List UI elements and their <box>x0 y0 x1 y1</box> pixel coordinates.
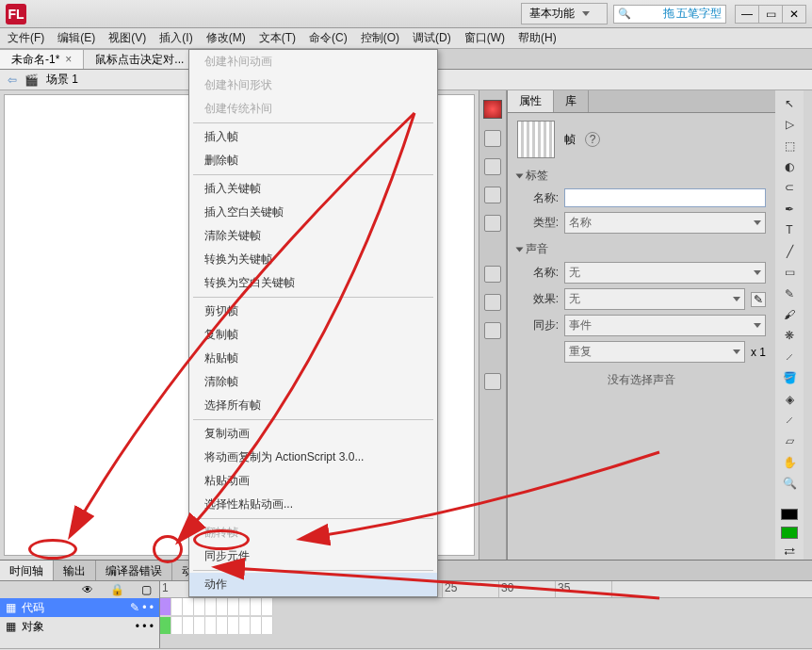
zoom-tool-icon[interactable]: 🔍 <box>781 477 798 491</box>
layer-code-label: 代码 <box>22 600 44 616</box>
pencil-tool-icon[interactable]: ✎ <box>781 286 798 301</box>
no-sound-msg: 没有选择声音 <box>517 372 766 388</box>
menu-item[interactable]: 转换为空白关键帧 <box>189 271 437 295</box>
type-dropdown[interactable]: 名称 <box>564 212 766 234</box>
eraser-tool-icon[interactable]: ▱ <box>781 434 798 448</box>
menu-debug[interactable]: 调试(D) <box>413 30 451 46</box>
menu-item[interactable]: 插入帧 <box>189 125 437 149</box>
doc-tab-2[interactable]: 鼠标点击决定对... <box>84 49 196 69</box>
disclosure-icon[interactable] <box>516 173 524 178</box>
doc-tab-1-label: 未命名-1* <box>11 52 59 68</box>
transform-icon[interactable] <box>484 215 501 232</box>
tab-timeline[interactable]: 时间轴 <box>0 561 54 580</box>
brush-tool-icon[interactable]: 🖌 <box>781 307 798 321</box>
color-swatch-icon[interactable] <box>483 100 502 119</box>
workspace-switcher[interactable]: 基本功能 <box>521 3 608 24</box>
sync-dropdown[interactable]: 事件 <box>564 315 766 336</box>
menu-view[interactable]: 视图(V) <box>108 30 146 46</box>
menu-item[interactable]: 粘贴动画 <box>189 469 437 493</box>
menu-help[interactable]: 帮助(H) <box>518 30 557 46</box>
menu-item[interactable]: 同步元件 <box>189 544 437 568</box>
menu-window[interactable]: 窗口(W) <box>464 30 505 46</box>
name-input[interactable] <box>564 188 766 207</box>
menu-item[interactable]: 删除帧 <box>189 149 437 172</box>
menu-item: 翻转帧 <box>189 521 437 544</box>
edit-effect-icon[interactable]: ✎ <box>751 292 766 307</box>
menu-item[interactable]: 复制帧 <box>189 323 437 347</box>
menu-modify[interactable]: 修改(M) <box>206 30 246 46</box>
disclosure-icon[interactable] <box>516 247 524 252</box>
free-transform-tool-icon[interactable]: ⬚ <box>781 138 798 153</box>
menu-item[interactable]: 插入空白关键帧 <box>189 201 437 224</box>
effect-dropdown[interactable]: 无 <box>564 288 745 310</box>
close-button[interactable]: ✕ <box>782 5 806 24</box>
menu-insert[interactable]: 插入(I) <box>159 30 192 46</box>
menu-item[interactable]: 转换为关键帧 <box>189 248 437 271</box>
components-icon[interactable] <box>484 294 501 311</box>
track-obj[interactable] <box>160 617 812 636</box>
lock-icon[interactable]: 🔒 <box>110 583 124 596</box>
maximize-button[interactable]: ▭ <box>758 5 783 24</box>
ink-bottle-tool-icon[interactable]: ◈ <box>781 392 798 406</box>
paint-bucket-tool-icon[interactable]: 🪣 <box>781 370 798 384</box>
layer-obj-label: 对象 <box>22 619 44 635</box>
swap-colors-icon[interactable]: ⮂ <box>781 545 798 560</box>
eye-icon[interactable]: 👁 <box>82 583 93 596</box>
sound-name-dropdown[interactable]: 无 <box>564 262 766 284</box>
deco-tool-icon[interactable]: ❋ <box>781 329 798 343</box>
swatches-icon[interactable] <box>484 130 501 147</box>
chevron-down-icon <box>582 11 590 16</box>
bone-tool-icon[interactable]: ⟋ <box>781 349 798 364</box>
scene-label: 场景 1 <box>46 72 78 88</box>
text-tool-icon[interactable]: T <box>781 223 798 237</box>
pen-tool-icon[interactable]: ✒ <box>781 202 798 216</box>
eyedropper-tool-icon[interactable]: ⟋ <box>781 413 798 427</box>
line-tool-icon[interactable]: ╱ <box>781 244 798 258</box>
repeat-dropdown[interactable]: 重复 <box>564 341 745 363</box>
menu-item[interactable]: 剪切帧 <box>189 300 437 323</box>
outline-icon[interactable]: ▢ <box>141 583 152 596</box>
menu-item[interactable]: 将动画复制为 ActionScript 3.0... <box>189 446 437 469</box>
menu-item[interactable]: 动作 <box>189 573 437 596</box>
help-icon[interactable]: ? <box>585 132 600 147</box>
doc-tab-1[interactable]: 未命名-1* × <box>0 49 84 69</box>
tab-output[interactable]: 输出 <box>54 561 96 580</box>
close-icon[interactable]: × <box>65 53 72 66</box>
library-icon[interactable] <box>484 266 501 283</box>
hand-tool-icon[interactable]: ✋ <box>781 455 798 469</box>
subselection-tool-icon[interactable]: ▷ <box>781 117 798 131</box>
layer-code[interactable]: ▦ 代码 ✎ • • <box>0 598 159 617</box>
fill-color-icon[interactable] <box>781 527 798 538</box>
workspace-label: 基本功能 <box>529 6 575 22</box>
minimize-button[interactable]: — <box>735 5 759 24</box>
menu-item[interactable]: 选择性粘贴动画... <box>189 493 437 516</box>
menu-command[interactable]: 命令(C) <box>309 30 348 46</box>
align-icon[interactable] <box>484 158 501 175</box>
selection-tool-icon[interactable]: ↖ <box>781 96 798 110</box>
menu-item[interactable]: 插入关键帧 <box>189 177 437 201</box>
menu-item[interactable]: 粘贴帧 <box>189 347 437 370</box>
menu-item[interactable]: 复制动画 <box>189 422 437 446</box>
project-icon[interactable] <box>484 373 501 390</box>
menu-item: 创建补间形状 <box>189 73 437 97</box>
layer-obj[interactable]: ▦ 对象 • • • <box>0 617 159 636</box>
tab-properties[interactable]: 属性 <box>508 90 554 112</box>
rectangle-tool-icon[interactable]: ▭ <box>781 265 798 279</box>
search-input[interactable]: 🔍 拖五笔字型 <box>613 5 726 24</box>
menu-item[interactable]: 选择所有帧 <box>189 394 437 417</box>
motion-presets-icon[interactable] <box>484 322 501 339</box>
3d-rotation-tool-icon[interactable]: ◐ <box>781 159 798 173</box>
lasso-tool-icon[interactable]: ⊂ <box>781 181 798 195</box>
menu-text[interactable]: 文本(T) <box>259 30 296 46</box>
menu-item[interactable]: 清除关键帧 <box>189 224 437 248</box>
stroke-color-icon[interactable] <box>781 509 798 520</box>
back-icon[interactable]: ⇦ <box>8 73 17 87</box>
menu-control[interactable]: 控制(O) <box>361 30 399 46</box>
menu-file[interactable]: 文件(F) <box>8 30 44 46</box>
tab-library[interactable]: 库 <box>554 90 589 112</box>
tab-errors[interactable]: 编译器错误 <box>96 561 172 580</box>
info-icon[interactable] <box>484 187 501 203</box>
menu-edit[interactable]: 编辑(E) <box>57 30 95 46</box>
menu-item[interactable]: 清除帧 <box>189 370 437 394</box>
track-code[interactable] <box>160 598 812 617</box>
